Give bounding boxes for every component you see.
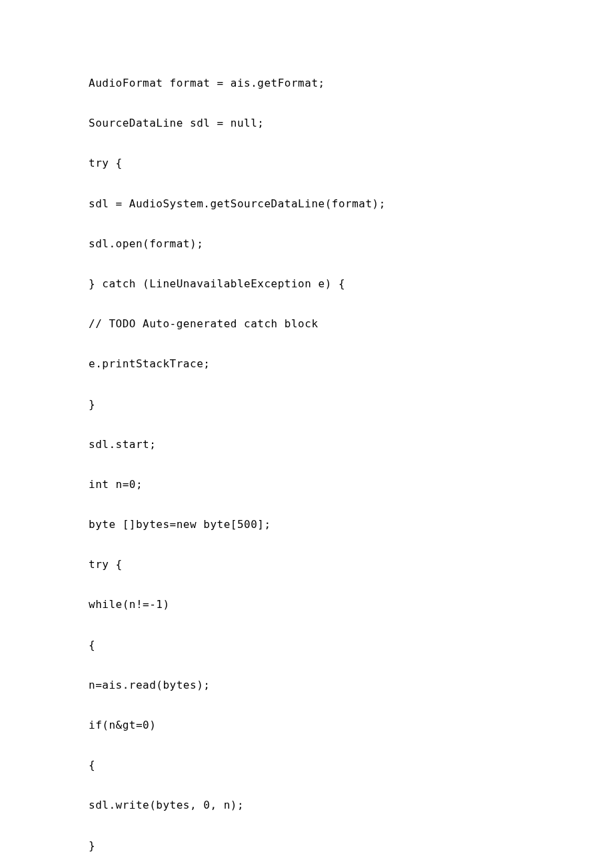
code-line: AudioFormat format = ais.getFormat; [89,77,613,89]
code-line: // TODO Auto-generated catch block [89,317,613,330]
code-line: sdl.open(format); [89,237,613,250]
code-line: SourceDataLine sdl = null; [89,117,613,129]
code-line: e.printStackTrace; [89,357,613,370]
code-line: } [89,398,613,411]
code-line: try { [89,157,613,169]
code-line: n=ais.read(bytes); [89,679,613,691]
code-line: sdl.write(bytes, 0, n); [89,799,613,811]
code-line: try { [89,558,613,571]
code-line: while(n!=-1) [89,598,613,611]
code-line: { [89,759,613,771]
code-line: int n=0; [89,478,613,491]
code-line: byte []bytes=new byte[500]; [89,518,613,531]
code-line: { [89,639,613,651]
code-line: sdl = AudioSystem.getSourceDataLine(form… [89,197,613,210]
code-line: } catch (LineUnavailableException e) { [89,277,613,290]
code-document: AudioFormat format = ais.getFormat; Sour… [0,0,613,852]
code-line: if(n&gt=0) [89,719,613,731]
code-line: sdl.start; [89,438,613,451]
code-line: } [89,839,613,852]
